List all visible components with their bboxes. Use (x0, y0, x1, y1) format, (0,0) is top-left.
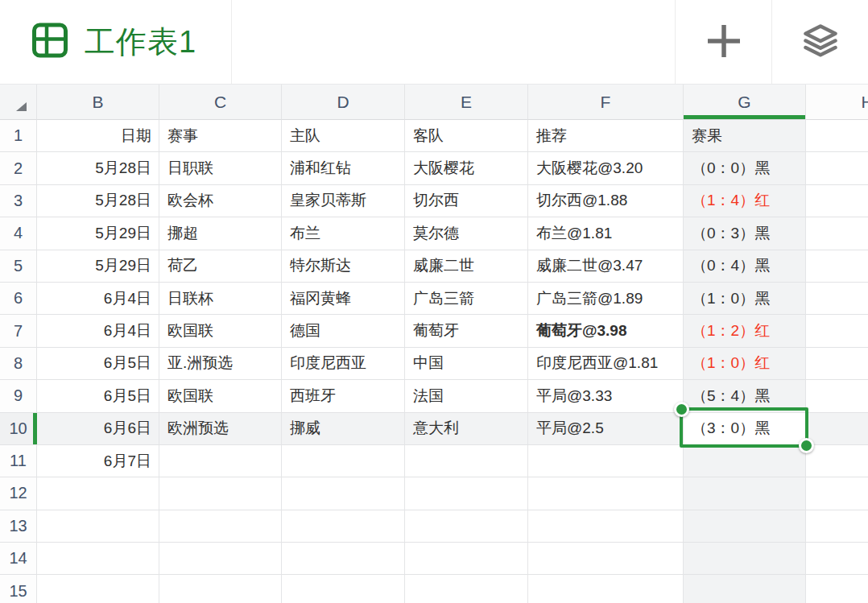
cell-D15[interactable] (282, 575, 405, 603)
cell-H6[interactable] (806, 283, 868, 315)
row-header-3[interactable]: 3 (0, 185, 37, 217)
column-header-C[interactable]: C (159, 85, 282, 120)
cell-G2[interactable]: （0：0）黑 (684, 152, 806, 184)
selection-handle-top-left[interactable] (674, 402, 689, 417)
cell-F15[interactable] (528, 575, 684, 603)
cell-H3[interactable] (806, 185, 868, 217)
cell-C13[interactable] (159, 510, 282, 543)
cell-D1[interactable]: 主队 (282, 120, 405, 152)
cell-C11[interactable] (159, 445, 282, 477)
column-header-B[interactable]: B (37, 85, 159, 120)
cell-G6[interactable]: （1：0）黑 (684, 283, 806, 315)
cell-D9[interactable]: 西班牙 (282, 380, 405, 412)
cell-F10[interactable]: 平局@2.5 (528, 413, 684, 445)
column-header-G[interactable]: G (684, 85, 806, 120)
cell-D10[interactable]: 挪威 (282, 413, 405, 445)
cell-H5[interactable] (806, 250, 868, 283)
column-header-F[interactable]: F (528, 85, 684, 120)
cell-G15[interactable] (684, 575, 806, 603)
cell-F5[interactable]: 威廉二世@3.47 (528, 250, 684, 283)
add-button[interactable] (676, 0, 771, 84)
cell-F14[interactable] (528, 543, 684, 575)
cell-B8[interactable]: 6月5日 (37, 348, 159, 380)
cell-F2[interactable]: 大阪樱花@3.20 (528, 152, 684, 184)
cell-G12[interactable] (684, 477, 806, 510)
row-header-9[interactable]: 9 (0, 380, 37, 412)
cell-E15[interactable] (405, 575, 528, 603)
cell-G3[interactable]: （1：4）红 (684, 185, 806, 217)
cell-C3[interactable]: 欧会杯 (159, 185, 282, 217)
cell-B2[interactable]: 5月28日 (37, 152, 159, 184)
row-header-4[interactable]: 4 (0, 217, 37, 250)
cell-F11[interactable] (528, 445, 684, 477)
cell-H13[interactable] (806, 510, 868, 543)
cell-H4[interactable] (806, 217, 868, 250)
column-header-E[interactable]: E (405, 85, 528, 120)
cell-B13[interactable] (37, 510, 159, 543)
cell-G8[interactable]: （1：0）红 (684, 348, 806, 380)
cell-G13[interactable] (684, 510, 806, 543)
cell-H12[interactable] (806, 477, 868, 510)
row-header-5[interactable]: 5 (0, 250, 37, 283)
cell-C7[interactable]: 欧国联 (159, 315, 282, 347)
cell-E3[interactable]: 切尔西 (405, 185, 528, 217)
cell-E12[interactable] (405, 477, 528, 510)
cell-G1[interactable]: 赛果 (684, 120, 806, 152)
cell-D4[interactable]: 布兰 (282, 217, 405, 250)
column-header-H[interactable]: H (806, 85, 868, 120)
column-header-D[interactable]: D (282, 85, 405, 120)
cell-H10[interactable] (806, 413, 868, 445)
cell-D5[interactable]: 特尔斯达 (282, 250, 405, 283)
cell-E10[interactable]: 意大利 (405, 413, 528, 445)
cell-B5[interactable]: 5月29日 (37, 250, 159, 283)
select-all-corner[interactable] (0, 85, 37, 120)
selection-handle-bottom-right[interactable] (799, 438, 814, 453)
cell-B4[interactable]: 5月29日 (37, 217, 159, 250)
cell-B6[interactable]: 6月4日 (37, 283, 159, 315)
row-header-13[interactable]: 13 (0, 510, 37, 543)
cell-E2[interactable]: 大阪樱花 (405, 152, 528, 184)
cell-F9[interactable]: 平局@3.33 (528, 380, 684, 412)
cell-D6[interactable]: 福冈黄蜂 (282, 283, 405, 315)
cell-F8[interactable]: 印度尼西亚@1.81 (528, 348, 684, 380)
cell-B10[interactable]: 6月6日 (37, 413, 159, 445)
cell-C1[interactable]: 赛事 (159, 120, 282, 152)
cell-C9[interactable]: 欧国联 (159, 380, 282, 412)
cell-H15[interactable] (806, 575, 868, 603)
cell-C10[interactable]: 欧洲预选 (159, 413, 282, 445)
row-header-10[interactable]: 10 (0, 413, 37, 445)
row-header-1[interactable]: 1 (0, 120, 37, 152)
cell-F12[interactable] (528, 477, 684, 510)
cell-G9[interactable]: （5：4）黑 (684, 380, 806, 412)
row-header-2[interactable]: 2 (0, 152, 37, 184)
cell-H14[interactable] (806, 543, 868, 575)
cell-E5[interactable]: 威廉二世 (405, 250, 528, 283)
cell-C15[interactable] (159, 575, 282, 603)
row-header-11[interactable]: 11 (0, 445, 37, 477)
sheets-button[interactable] (772, 0, 868, 84)
cell-E11[interactable] (405, 445, 528, 477)
cell-F4[interactable]: 布兰@1.81 (528, 217, 684, 250)
cell-E6[interactable]: 广岛三箭 (405, 283, 528, 315)
cell-G11[interactable] (684, 445, 806, 477)
cell-B1[interactable]: 日期 (37, 120, 159, 152)
cell-G4[interactable]: （0：3）黑 (684, 217, 806, 250)
cell-G7[interactable]: （1：2）红 (684, 315, 806, 347)
row-header-8[interactable]: 8 (0, 348, 37, 380)
cell-E9[interactable]: 法国 (405, 380, 528, 412)
cell-F3[interactable]: 切尔西@1.88 (528, 185, 684, 217)
cell-C6[interactable]: 日联杯 (159, 283, 282, 315)
cell-C14[interactable] (159, 543, 282, 575)
cell-B14[interactable] (37, 543, 159, 575)
cell-B7[interactable]: 6月4日 (37, 315, 159, 347)
row-header-6[interactable]: 6 (0, 283, 37, 315)
cell-D13[interactable] (282, 510, 405, 543)
cell-C2[interactable]: 日职联 (159, 152, 282, 184)
cell-D2[interactable]: 浦和红钻 (282, 152, 405, 184)
cell-G14[interactable] (684, 543, 806, 575)
row-header-7[interactable]: 7 (0, 315, 37, 347)
cell-B12[interactable] (37, 477, 159, 510)
row-header-14[interactable]: 14 (0, 543, 37, 575)
cell-H1[interactable] (806, 120, 868, 152)
cell-H11[interactable] (806, 445, 868, 477)
